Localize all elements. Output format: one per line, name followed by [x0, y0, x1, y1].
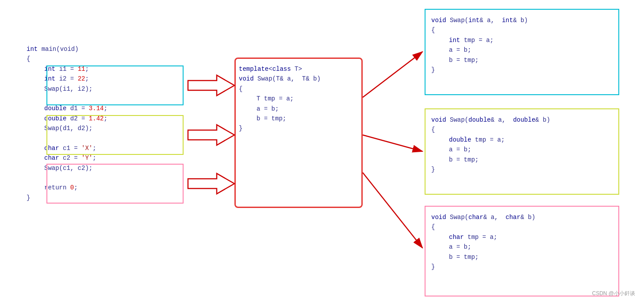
right-char-line-4: a = b;: [449, 242, 535, 252]
center-code-block: template<class T> void Swap(T& a, T& b) …: [239, 64, 321, 134]
right-char-line-3: char tmp = a;: [449, 232, 535, 242]
right-char-line-1: void Swap(char& a, char& b): [431, 212, 535, 222]
right-char-line-6: }: [431, 262, 535, 272]
right-int-code: void Swap(int& a, int& b) { int tmp = a;…: [431, 15, 528, 75]
red-arrow-to-int: [363, 52, 422, 97]
svg-marker-2: [188, 125, 234, 145]
right-char-line-2: {: [431, 222, 535, 232]
right-int-line-5: b = tmp;: [449, 55, 528, 65]
template-line-4: T tmp = a;: [257, 94, 321, 104]
watermark: CSDN @小小釺谈: [592, 290, 635, 297]
right-double-line-2: {: [431, 125, 550, 135]
right-double-line-3: double tmp = a;: [449, 135, 550, 145]
template-line-3: {: [239, 84, 321, 94]
right-int-line-1: void Swap(int& a, int& b): [431, 15, 528, 25]
right-int-line-3: int tmp = a;: [449, 35, 528, 45]
double-highlight-box: [46, 115, 184, 155]
right-double-line-1: void Swap(double& a, double& b): [431, 115, 550, 125]
red-arrow-to-double: [363, 135, 422, 151]
right-double-line-4: a = b;: [449, 145, 550, 154]
hollow-arrow-int: [188, 75, 234, 96]
right-int-line-6: }: [431, 65, 528, 75]
svg-marker-1: [188, 75, 234, 96]
code-line-1: int main(void): [27, 44, 107, 54]
right-int-line-4: a = b;: [449, 45, 528, 55]
right-char-line-5: b = tmp;: [449, 252, 535, 262]
main-container: int main(void) { int i1 = 11; int i2 = 2…: [0, 0, 644, 304]
right-double-line-6: }: [431, 165, 550, 174]
template-line-2: void Swap(T& a, T& b): [239, 74, 321, 84]
int-highlight-box: [46, 65, 184, 105]
template-line-1: template<class T>: [239, 64, 321, 74]
template-line-5: a = b;: [257, 104, 321, 114]
right-int-line-2: {: [431, 25, 528, 35]
hollow-arrow-double: [188, 125, 234, 145]
code-line-2: {: [27, 54, 107, 64]
right-char-code: void Swap(char& a, char& b) { char tmp =…: [431, 212, 535, 272]
char-highlight-box: [46, 164, 184, 204]
right-double-code: void Swap(double& a, double& b) { double…: [431, 115, 550, 174]
red-arrow-to-char: [363, 173, 422, 248]
template-line-7: }: [239, 123, 321, 133]
right-double-line-5: b = tmp;: [449, 155, 550, 165]
template-line-6: b = tmp;: [257, 114, 321, 123]
svg-marker-3: [188, 173, 234, 194]
hollow-arrow-char: [188, 173, 234, 194]
